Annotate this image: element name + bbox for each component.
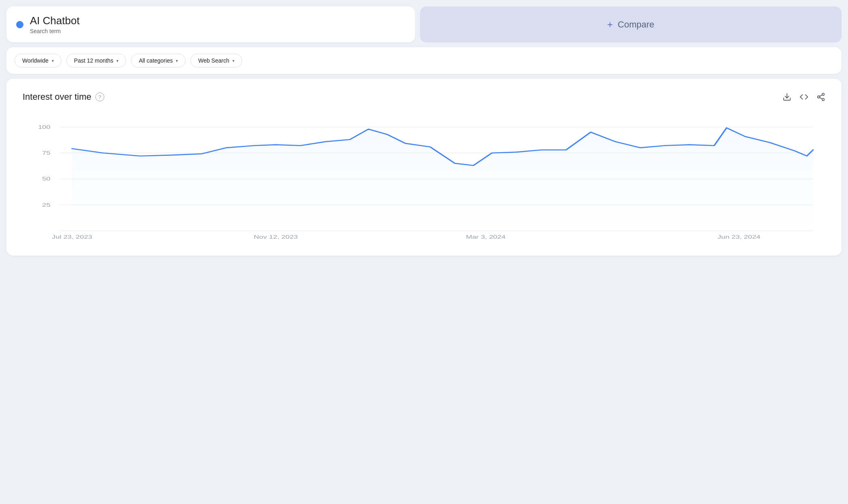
location-filter-label: Worldwide bbox=[22, 57, 49, 64]
chart-svg: 100 75 50 25 Jul 23, 2023 Nov 12, 2023 M… bbox=[23, 118, 825, 239]
filters-bar: Worldwide ▾ Past 12 months ▾ All categor… bbox=[6, 47, 842, 74]
svg-line-4 bbox=[820, 98, 822, 99]
chart-header: Interest over time ? bbox=[23, 92, 825, 102]
search-term-subtitle: Search term bbox=[30, 28, 80, 34]
download-icon[interactable] bbox=[783, 92, 791, 101]
search-term-text: AI Chatbot Search term bbox=[30, 15, 80, 34]
y-label-75: 75 bbox=[42, 150, 51, 156]
compare-label: Compare bbox=[618, 19, 654, 30]
y-label-50: 50 bbox=[42, 176, 51, 182]
chart-title-row: Interest over time ? bbox=[23, 92, 104, 102]
search-term-title: AI Chatbot bbox=[30, 15, 80, 27]
trend-area bbox=[72, 128, 813, 231]
chart-title: Interest over time bbox=[23, 92, 91, 102]
embed-icon[interactable] bbox=[799, 92, 808, 101]
search-term-card: AI Chatbot Search term bbox=[6, 6, 415, 42]
x-label-jul: Jul 23, 2023 bbox=[52, 234, 92, 240]
search-type-filter[interactable]: Web Search ▾ bbox=[190, 54, 242, 67]
category-chevron-icon: ▾ bbox=[176, 59, 178, 63]
compare-card[interactable]: + Compare bbox=[420, 6, 842, 42]
help-icon[interactable]: ? bbox=[95, 92, 104, 101]
x-label-jun: Jun 23, 2024 bbox=[717, 234, 760, 240]
category-filter-label: All categories bbox=[139, 57, 173, 64]
location-filter[interactable]: Worldwide ▾ bbox=[15, 54, 61, 67]
y-label-100: 100 bbox=[38, 124, 51, 130]
category-filter[interactable]: All categories ▾ bbox=[131, 54, 186, 67]
compare-plus-icon: + bbox=[607, 19, 613, 30]
search-term-dot bbox=[16, 21, 23, 28]
search-type-chevron-icon: ▾ bbox=[232, 59, 234, 63]
chart-container: 100 75 50 25 Jul 23, 2023 Nov 12, 2023 M… bbox=[23, 118, 825, 239]
svg-line-5 bbox=[820, 95, 822, 97]
y-label-25: 25 bbox=[42, 202, 51, 208]
search-type-filter-label: Web Search bbox=[198, 57, 229, 64]
share-icon[interactable] bbox=[816, 92, 825, 101]
location-chevron-icon: ▾ bbox=[52, 59, 54, 63]
time-chevron-icon: ▾ bbox=[116, 59, 118, 63]
x-label-nov: Nov 12, 2023 bbox=[254, 234, 298, 240]
time-filter-label: Past 12 months bbox=[74, 57, 113, 64]
chart-card: Interest over time ? bbox=[6, 79, 842, 256]
time-filter[interactable]: Past 12 months ▾ bbox=[66, 54, 126, 67]
chart-actions bbox=[783, 92, 825, 101]
x-label-mar: Mar 3, 2024 bbox=[466, 234, 506, 240]
